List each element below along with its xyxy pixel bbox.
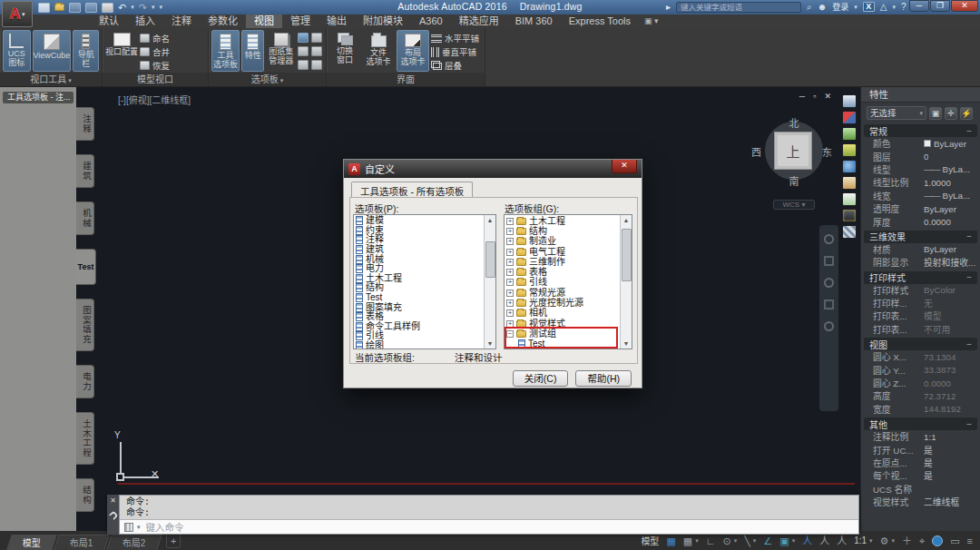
small-tool-icon[interactable]	[298, 46, 309, 56]
help-button[interactable]: 帮助(H)	[575, 370, 632, 387]
search-input[interactable]	[676, 2, 801, 13]
small-tool-icon[interactable]	[311, 33, 322, 43]
selection-dropdown[interactable]: 无选择▾	[867, 106, 926, 120]
group-tree-item[interactable]: +土木工程	[506, 216, 620, 226]
tab-annotate[interactable]: 注释	[163, 15, 200, 28]
expand-icon[interactable]: +	[506, 228, 514, 235]
property-row[interactable]: 线型比例1.0000	[861, 176, 980, 189]
section-plot-style[interactable]: 打印样式−	[864, 271, 977, 284]
tab-model[interactable]: 模型	[6, 535, 57, 550]
group-tree-item[interactable]: +相机	[506, 309, 620, 319]
property-row[interactable]: 打印样...无	[861, 297, 980, 309]
property-row[interactable]: 注释比例1:1	[861, 430, 980, 443]
quick-select-icon[interactable]: ⚡	[960, 107, 973, 120]
wcs-dropdown[interactable]: WCS ▾	[773, 200, 815, 210]
palette-tab-civil[interactable]: 土木工程	[76, 412, 94, 465]
property-row[interactable]: 视觉样式二维线框	[861, 496, 980, 508]
tool-palettes-button[interactable]: 工具 选项板	[211, 30, 240, 72]
scroll-down-icon[interactable]: ▼	[623, 339, 630, 349]
group-tree-item[interactable]: +表格	[506, 267, 620, 277]
properties-button[interactable]: 特性	[241, 30, 265, 72]
recent-commands-icon[interactable]	[124, 523, 133, 532]
close-button[interactable]: ✕	[951, 0, 978, 12]
palette-strip-icon[interactable]	[842, 192, 857, 206]
join-viewports-button[interactable]: 合并	[140, 46, 170, 57]
property-row[interactable]: 材质ByLayer	[861, 243, 980, 256]
tab-view[interactable]: 视图	[246, 15, 282, 28]
viewcube-toggle-button[interactable]: ViewCube	[33, 30, 72, 72]
palette-strip-icon[interactable]	[842, 143, 857, 157]
object-snap-icon[interactable]: ▣	[779, 533, 789, 549]
command-close-icon[interactable]: ✕	[110, 497, 116, 505]
save-icon[interactable]	[69, 3, 81, 13]
palette-strip-icon[interactable]	[842, 160, 857, 173]
zoom-icon[interactable]	[824, 278, 834, 288]
restore-button[interactable]: ❐	[930, 0, 950, 12]
tab-featured-apps[interactable]: 精选应用	[451, 15, 507, 28]
scrollbar-thumb[interactable]	[622, 229, 632, 281]
file-tabs-button[interactable]: 文件 选项卡	[362, 30, 395, 72]
orbit-icon[interactable]	[824, 300, 834, 309]
scrollbar-thumb[interactable]	[485, 241, 495, 278]
switch-windows-button[interactable]: 切换 窗口	[329, 30, 360, 72]
tab-express-tools[interactable]: Express Tools	[561, 15, 639, 28]
expand-icon[interactable]: +	[506, 320, 514, 328]
a360-dropdown-icon[interactable]: ▾	[892, 4, 896, 11]
autoscale-icon[interactable]: 人	[819, 533, 829, 549]
undo-dropdown-icon[interactable]: ▾	[131, 4, 134, 11]
palette-tab-structural[interactable]: 结构	[76, 478, 94, 512]
navbar-toggle-button[interactable]: 导航栏	[73, 30, 99, 72]
command-customize-wrench-icon[interactable]	[108, 510, 118, 520]
properties-title[interactable]: 特性	[861, 87, 980, 103]
annotation-monitor-icon[interactable]: ＋	[902, 533, 912, 549]
palette-list-item[interactable]: 建模	[356, 216, 484, 226]
annotation-scale-icon[interactable]: 人	[837, 533, 847, 549]
tab-output[interactable]: 输出	[318, 15, 355, 28]
palette-list-item[interactable]: 表格	[356, 312, 484, 322]
annotation-visibility-icon[interactable]: 人	[802, 533, 812, 549]
palette-tab-architecture[interactable]: 建筑	[76, 154, 94, 188]
search-expand-icon[interactable]: ▸	[666, 2, 671, 13]
scroll-up-icon[interactable]: ▲	[623, 215, 630, 225]
palette-tab-test[interactable]: Test	[76, 249, 96, 285]
property-row[interactable]: 圆心 X...73.1304	[861, 350, 980, 363]
section-misc[interactable]: 其他−	[864, 417, 977, 430]
viewcube-west-label[interactable]: 西	[751, 144, 761, 159]
property-row[interactable]: 图层0	[861, 150, 980, 162]
command-line-grip[interactable]: ✕	[107, 495, 119, 535]
scroll-up-icon[interactable]: ▲	[487, 215, 494, 225]
save-as-icon[interactable]	[85, 3, 97, 13]
navigation-bar[interactable]	[819, 225, 838, 411]
model-space-indicator[interactable]: 模型	[641, 534, 659, 547]
tab-layout1[interactable]: 布局1	[54, 535, 109, 550]
pan-icon[interactable]	[824, 256, 834, 266]
tab-addins[interactable]: 附加模块	[355, 15, 411, 28]
ribbon-display-toggle-icon[interactable]: ▣ ▾	[639, 15, 664, 28]
chevron-down-icon[interactable]: ▾	[891, 537, 895, 545]
group-tree-item[interactable]: +结构	[506, 226, 620, 236]
redo-icon[interactable]: ↷	[139, 2, 147, 13]
chevron-down-icon[interactable]: ▾	[869, 537, 873, 545]
ucs-icon-toggle-button[interactable]: UCS 图标	[3, 30, 31, 72]
polar-tracking-icon[interactable]: ⊙	[722, 533, 730, 549]
dialog-title-bar[interactable]: A 自定义 ✕	[344, 160, 642, 178]
a360-icon[interactable]: △	[880, 2, 887, 13]
cascade-button[interactable]: 层叠	[431, 60, 479, 71]
palette-strip-icon[interactable]	[842, 209, 857, 222]
qat-customize-icon[interactable]: ▾	[159, 4, 162, 11]
chevron-down-icon[interactable]: ▾	[792, 537, 796, 545]
signin-dropdown-icon[interactable]: ▾	[854, 4, 858, 11]
groups-scrollbar[interactable]: ▲ ▼	[620, 215, 632, 349]
group-tree-item[interactable]: +光度控制光源	[506, 298, 620, 308]
help-icon[interactable]: ?	[901, 2, 906, 13]
small-tool-icon[interactable]	[311, 60, 322, 70]
ortho-mode-icon[interactable]: ∟	[706, 533, 716, 549]
expand-icon[interactable]: +	[506, 269, 514, 276]
plot-icon[interactable]	[102, 3, 113, 13]
palette-list-item[interactable]: 绘图	[356, 341, 484, 349]
small-tool-icon[interactable]	[298, 60, 309, 70]
viewcube-top-face[interactable]: 上	[774, 132, 812, 170]
tab-home[interactable]: 默认	[91, 15, 127, 28]
group-tree-item[interactable]: +视觉样式	[506, 319, 620, 329]
chevron-down-icon[interactable]: ▾	[753, 537, 757, 545]
